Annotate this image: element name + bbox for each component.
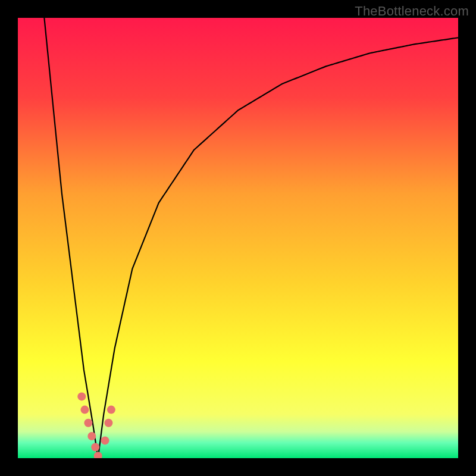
watermark-text: TheBottleneck.com xyxy=(355,4,469,19)
marker-point xyxy=(101,436,109,444)
chart-canvas xyxy=(18,18,458,458)
marker-point xyxy=(84,419,92,427)
marker-point xyxy=(91,443,99,452)
plot-area xyxy=(18,18,458,458)
marker-point xyxy=(104,419,112,427)
gradient-background xyxy=(18,18,458,458)
marker-point xyxy=(107,406,115,414)
marker-point xyxy=(87,432,96,440)
marker-point xyxy=(77,392,86,400)
marker-point xyxy=(80,406,89,414)
chart-frame: TheBottleneck.com xyxy=(0,0,476,476)
